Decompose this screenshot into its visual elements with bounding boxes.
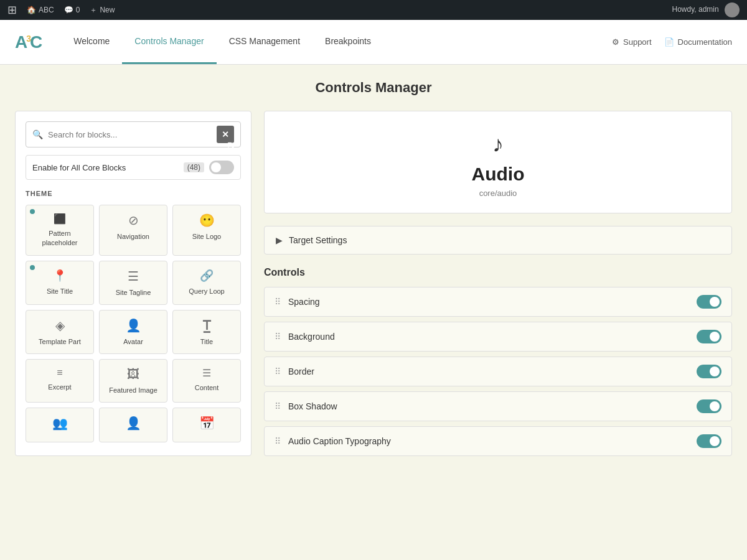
- block-name: Site Logo: [192, 233, 221, 240]
- control-toggle-border[interactable]: [697, 365, 721, 378]
- count-badge: (48): [184, 162, 204, 172]
- admin-bar-comments[interactable]: 💬 0: [64, 6, 80, 14]
- howdy-text: Howdy, admin: [672, 5, 719, 14]
- featured-image-icon: 🖼: [105, 367, 162, 381]
- comment-count: 0: [76, 6, 80, 14]
- main-content: Controls Manager 🔍 ✕ ☞ Enable for All Co…: [0, 65, 747, 560]
- block-name: Site Title: [47, 287, 73, 295]
- support-link[interactable]: ⚙ Support: [612, 37, 652, 47]
- block-name: Navigation: [117, 233, 149, 240]
- title-icon: T̲: [178, 318, 235, 333]
- block-item-row5col3[interactable]: 📅: [172, 408, 241, 442]
- control-row-audio-caption-typography: ⠿ Audio Caption Typography: [264, 426, 732, 456]
- enable-all-toggle[interactable]: [209, 161, 234, 174]
- block-item-avatar[interactable]: 👤 Avatar: [99, 310, 167, 354]
- enable-all-row: Enable for All Core Blocks (48): [26, 155, 241, 180]
- drag-handle-icon[interactable]: ⠿: [275, 297, 281, 307]
- plugin-nav: A3C Welcome Controls Manager CSS Managem…: [0, 20, 747, 65]
- audio-icon: ♪: [280, 131, 716, 157]
- block-name: Content: [195, 384, 219, 391]
- wp-logo-icon[interactable]: ⊞: [7, 3, 17, 17]
- documentation-icon: 📄: [664, 37, 674, 47]
- support-label: Support: [623, 37, 652, 47]
- tab-breakpoints[interactable]: Breakpoints: [312, 20, 383, 64]
- block-item-template-part[interactable]: ◈ Template Part: [26, 310, 94, 354]
- block-item-site-logo[interactable]: 😶 Site Logo: [172, 205, 241, 256]
- control-label: Spacing: [288, 297, 689, 307]
- block-item-navigation[interactable]: ⊘ Navigation: [99, 205, 167, 256]
- row5col3-icon: 📅: [178, 416, 235, 431]
- tab-welcome[interactable]: Welcome: [61, 20, 122, 64]
- documentation-link[interactable]: 📄 Documentation: [664, 37, 732, 47]
- pattern-placeholder-icon: ⬛: [31, 213, 88, 225]
- site-title-icon: 📍: [31, 269, 88, 282]
- avatar[interactable]: [725, 2, 740, 17]
- drag-handle-icon[interactable]: ⠿: [275, 332, 281, 342]
- controls-section: Controls ⠿ Spacing ⠿ Background: [264, 267, 732, 456]
- admin-bar-right: Howdy, admin: [672, 2, 740, 17]
- block-name: Avatar: [123, 338, 143, 345]
- documentation-label: Documentation: [678, 37, 732, 47]
- control-toggle-background[interactable]: [697, 330, 721, 343]
- block-name: Template Part: [39, 338, 81, 345]
- admin-bar-site[interactable]: 🏠 ABC: [27, 6, 54, 14]
- block-item-site-title[interactable]: 📍 Site Title: [26, 261, 94, 305]
- avatar-icon: 👤: [105, 318, 162, 333]
- drag-handle-icon[interactable]: ⠿: [275, 436, 281, 446]
- content-icon: ☰: [178, 367, 235, 379]
- block-item-site-tagline[interactable]: ☰ Site Tagline: [99, 261, 167, 305]
- content-layout: 🔍 ✕ ☞ Enable for All Core Blocks (48) T: [15, 111, 732, 456]
- block-big-title: Audio: [280, 164, 716, 185]
- drag-handle-icon[interactable]: ⠿: [275, 366, 281, 376]
- block-name: Featured Image: [109, 386, 157, 394]
- plugin-logo: A3C: [15, 32, 41, 52]
- block-item-featured-image[interactable]: 🖼 Featured Image: [99, 359, 167, 403]
- page-title: Controls Manager: [15, 80, 732, 96]
- control-row-box-shadow: ⠿ Box Shadow: [264, 391, 732, 421]
- control-label: Box Shadow: [288, 401, 689, 411]
- chevron-right-icon: ▶: [276, 235, 283, 245]
- tab-controls-manager[interactable]: Controls Manager: [122, 20, 216, 64]
- control-label: Background: [288, 332, 689, 342]
- excerpt-icon: ≡: [31, 367, 88, 378]
- enable-all-label: Enable for All Core Blocks: [32, 163, 126, 172]
- block-item-content[interactable]: ☰ Content: [172, 359, 241, 403]
- support-icon: ⚙: [612, 37, 619, 47]
- target-settings-row[interactable]: ▶ Target Settings: [264, 226, 732, 254]
- comment-icon: 💬: [64, 6, 73, 14]
- block-item-title[interactable]: T̲ Title: [172, 310, 241, 354]
- control-toggle-audio-caption-typography[interactable]: [697, 434, 721, 448]
- block-item-excerpt[interactable]: ≡ Excerpt: [26, 359, 94, 403]
- nav-tabs: Welcome Controls Manager CSS Management …: [61, 20, 383, 64]
- right-panel: ♪ Audio core/audio ▶ Target Settings Con…: [264, 111, 732, 456]
- new-label: New: [100, 6, 115, 14]
- site-tagline-icon: ☰: [105, 269, 162, 284]
- target-settings-label: Target Settings: [289, 235, 347, 245]
- block-item-query-loop[interactable]: 🔗 Query Loop: [172, 261, 241, 305]
- block-grid: ⬛ Pattern placeholder ⊘ Navigation 😶 Sit…: [26, 205, 241, 442]
- controls-section-title: Controls: [264, 267, 732, 278]
- control-label: Border: [288, 366, 689, 376]
- control-label: Audio Caption Typography: [288, 436, 689, 446]
- block-name: Site Tagline: [116, 289, 151, 296]
- block-item-row5col2[interactable]: 👤: [99, 408, 167, 442]
- admin-bar-new[interactable]: ＋ New: [90, 5, 115, 16]
- site-logo-icon: 😶: [178, 213, 235, 228]
- search-input[interactable]: [48, 130, 212, 139]
- block-item-row5col1[interactable]: 👥: [26, 408, 94, 442]
- drag-handle-icon[interactable]: ⠿: [275, 401, 281, 411]
- block-item-pattern-placeholder[interactable]: ⬛ Pattern placeholder: [26, 205, 94, 256]
- site-label: ABC: [39, 6, 54, 14]
- row5col2-icon: 👤: [105, 416, 162, 431]
- controls-list: ⠿ Spacing ⠿ Background: [264, 287, 732, 456]
- control-toggle-spacing[interactable]: [697, 295, 721, 309]
- block-detail-card: ♪ Audio core/audio: [264, 111, 732, 213]
- block-name: Title: [200, 338, 213, 345]
- control-row-background: ⠿ Background: [264, 322, 732, 352]
- tab-css-management[interactable]: CSS Management: [217, 20, 312, 64]
- clear-search-button[interactable]: ✕ ☞: [217, 126, 234, 143]
- theme-section-label: THEME: [26, 190, 241, 197]
- control-toggle-box-shadow[interactable]: [697, 399, 721, 413]
- search-icon: 🔍: [32, 129, 43, 139]
- query-loop-icon: 🔗: [178, 269, 235, 282]
